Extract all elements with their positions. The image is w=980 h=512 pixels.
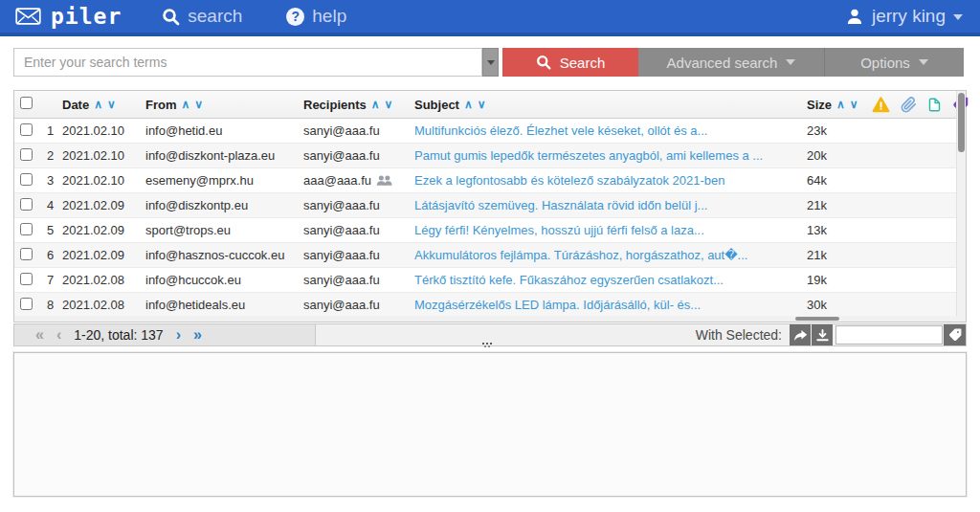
row-from: info@hetid.eu xyxy=(145,123,303,138)
search-button-label: Search xyxy=(560,55,606,71)
vertical-scrollbar-thumb[interactable] xyxy=(958,93,965,152)
chevron-down-icon xyxy=(919,59,928,65)
row-subject-link[interactable]: Látásjavító szemüveg. Használata rövid i… xyxy=(414,198,790,212)
row-checkbox[interactable] xyxy=(20,273,33,285)
row-checkbox[interactable] xyxy=(20,123,33,136)
pagination-range: 1-20, total: 137 xyxy=(74,327,163,343)
sort-asc-icon[interactable]: ∧ xyxy=(836,98,845,111)
row-from: info@hasznos-cuccok.eu xyxy=(145,248,303,262)
row-size: 23k xyxy=(797,123,872,138)
prev-page-button[interactable]: ‹ xyxy=(56,327,61,343)
next-page-button[interactable]: › xyxy=(176,327,181,343)
row-from: esemeny@mprx.hu xyxy=(145,173,303,188)
app-logo[interactable]: piler xyxy=(15,4,122,29)
envelope-icon xyxy=(15,8,41,25)
row-subject-link[interactable]: Légy férfi! Kényelmes, hosszú ujjú férfi… xyxy=(414,223,790,237)
help-icon: ? xyxy=(286,8,304,26)
sort-desc-icon[interactable]: ∨ xyxy=(850,98,858,111)
user-menu[interactable]: jerry king xyxy=(845,6,963,27)
options-button[interactable]: Options xyxy=(824,48,964,77)
row-size: 64k xyxy=(797,173,872,188)
horizontal-scrollbar-thumb[interactable] xyxy=(795,317,839,321)
vertical-scrollbar[interactable] xyxy=(956,91,966,317)
row-subject-link[interactable]: Akkumulátoros fejlámpa. Túrázáshoz, horg… xyxy=(414,248,790,262)
row-checkbox[interactable] xyxy=(20,248,33,260)
pane-resize-grip[interactable] xyxy=(482,343,494,350)
last-page-button[interactable]: » xyxy=(193,327,202,343)
sort-asc-icon[interactable]: ∧ xyxy=(182,98,190,111)
row-number: 6 xyxy=(41,248,62,262)
chevron-down-icon xyxy=(953,14,963,20)
search-history-dropdown[interactable] xyxy=(482,48,499,77)
download-icon xyxy=(816,329,829,342)
sort-asc-icon[interactable]: ∧ xyxy=(94,98,102,111)
row-date: 2021.02.10 xyxy=(62,123,145,138)
row-size: 13k xyxy=(797,223,872,237)
search-icon xyxy=(162,8,180,26)
row-from: sport@trops.eu xyxy=(145,223,303,237)
warning-icon xyxy=(872,97,890,113)
row-subject-link[interactable]: Mozgásérzékelős LED lámpa. Időjárásálló,… xyxy=(414,298,790,312)
column-header-date[interactable]: Date ∧ ∨ xyxy=(62,98,145,112)
note-icon xyxy=(927,97,942,113)
nav-help-label: help xyxy=(312,6,346,27)
brand-label: piler xyxy=(51,4,122,29)
row-date: 2021.02.09 xyxy=(62,198,145,212)
row-checkbox[interactable] xyxy=(20,148,33,161)
row-checkbox[interactable] xyxy=(20,223,33,235)
row-date: 2021.02.09 xyxy=(62,248,145,262)
nav-search-label: search xyxy=(188,6,242,27)
column-header-size[interactable]: Size ∧ ∨ xyxy=(797,98,872,112)
sort-desc-icon[interactable]: ∨ xyxy=(194,98,203,111)
nav-search-link[interactable]: search xyxy=(162,6,242,27)
search-toolbar: Search Advanced search Options xyxy=(13,48,965,77)
row-date: 2021.02.10 xyxy=(62,148,145,163)
search-input[interactable] xyxy=(13,48,482,77)
row-from: info@diszkont-plaza.eu xyxy=(145,148,303,163)
table-row: 6 2021.02.09 info@hasznos-cuccok.eu sany… xyxy=(14,243,966,268)
row-checkbox[interactable] xyxy=(20,173,33,186)
user-icon xyxy=(845,7,864,26)
row-subject-link[interactable]: Térkő tisztító kefe. Fűkaszához egyszerű… xyxy=(414,273,790,287)
row-number: 5 xyxy=(41,223,62,237)
download-selected-button[interactable] xyxy=(812,324,833,345)
sort-desc-icon[interactable]: ∨ xyxy=(385,98,393,111)
row-recipient: sanyi@aaa.fu xyxy=(303,298,380,312)
row-subject-link[interactable]: Multifunkciós élező. Élezhet vele késeke… xyxy=(414,123,790,138)
row-size: 21k xyxy=(797,198,872,212)
column-header-subject[interactable]: Subject ∧ ∨ xyxy=(414,98,797,112)
sort-asc-icon[interactable]: ∧ xyxy=(464,98,473,111)
row-recipient: sanyi@aaa.fu xyxy=(303,223,380,237)
options-label: Options xyxy=(860,55,910,71)
mail-table: Date ∧ ∨ From ∧ ∨ Recipients ∧ ∨ Subject… xyxy=(13,90,967,323)
row-date: 2021.02.08 xyxy=(62,298,145,312)
column-label: Recipients xyxy=(303,98,367,112)
forward-arrow-icon xyxy=(793,329,808,342)
row-subject-link[interactable]: Ezek a legfontosabb és kötelező szabályz… xyxy=(414,173,790,188)
row-recipient: sanyi@aaa.fu xyxy=(303,148,380,163)
row-from: info@diszkontp.eu xyxy=(145,198,303,212)
row-number: 8 xyxy=(41,298,62,312)
row-recipient: aaa@aaa.fu xyxy=(303,173,371,188)
first-page-button[interactable]: « xyxy=(35,327,44,343)
column-label: Subject xyxy=(414,98,459,112)
apply-tag-button[interactable] xyxy=(944,324,966,345)
sort-asc-icon[interactable]: ∧ xyxy=(371,98,380,111)
row-number: 1 xyxy=(41,123,62,138)
sort-desc-icon[interactable]: ∨ xyxy=(107,98,116,111)
restore-selected-button[interactable] xyxy=(790,324,811,345)
nav-help-link[interactable]: ? help xyxy=(286,6,346,27)
row-size: 21k xyxy=(797,248,872,262)
select-all-checkbox[interactable] xyxy=(20,97,33,109)
sort-desc-icon[interactable]: ∨ xyxy=(478,98,486,111)
tag-input[interactable] xyxy=(835,325,943,345)
search-button[interactable]: Search xyxy=(502,48,638,77)
column-header-from[interactable]: From ∧ ∨ xyxy=(145,98,303,112)
column-header-recipients[interactable]: Recipients ∧ ∨ xyxy=(303,98,414,112)
row-subject-link[interactable]: Pamut gumis lepedők természetes anyagból… xyxy=(414,148,790,163)
row-checkbox[interactable] xyxy=(20,198,33,211)
row-recipient: sanyi@aaa.fu xyxy=(303,198,380,212)
advanced-search-button[interactable]: Advanced search xyxy=(638,48,824,77)
row-checkbox[interactable] xyxy=(20,298,33,310)
horizontal-scrollbar[interactable] xyxy=(14,316,966,322)
